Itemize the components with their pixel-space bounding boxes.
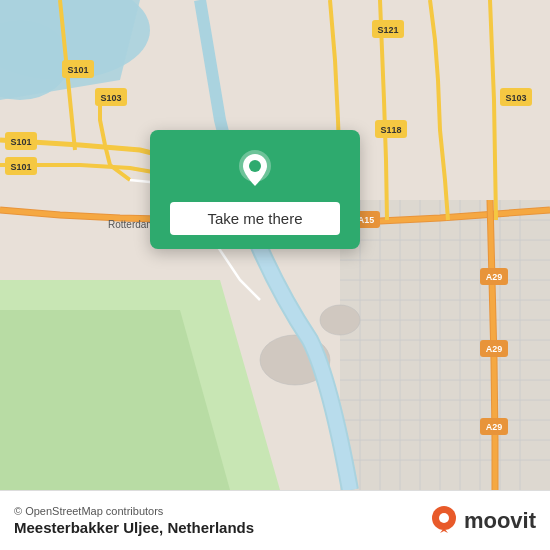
svg-point-27: [320, 305, 360, 335]
svg-point-54: [439, 513, 449, 523]
moovit-text: moovit: [464, 508, 536, 534]
svg-text:S101: S101: [10, 162, 31, 172]
svg-text:S121: S121: [377, 25, 398, 35]
location-pin-icon: [233, 148, 277, 192]
osm-credit: © OpenStreetMap contributors: [14, 505, 254, 517]
svg-text:A29: A29: [486, 422, 503, 432]
location-name: Meesterbakker Uljee, Netherlands: [14, 519, 254, 536]
bottom-left: © OpenStreetMap contributors Meesterbakk…: [14, 505, 254, 536]
bottom-bar: © OpenStreetMap contributors Meesterbakk…: [0, 490, 550, 550]
svg-point-52: [249, 160, 261, 172]
popup-card[interactable]: Take me there: [150, 130, 360, 249]
take-me-there-button[interactable]: Take me there: [170, 202, 340, 235]
svg-text:A29: A29: [486, 272, 503, 282]
svg-text:A29: A29: [486, 344, 503, 354]
moovit-icon: [428, 505, 460, 537]
svg-text:S103: S103: [100, 93, 121, 103]
map-container: S101 S101 S101 S103 S103 S121 S118 A15 A…: [0, 0, 550, 490]
svg-rect-3: [340, 200, 550, 490]
svg-text:S118: S118: [380, 125, 401, 135]
svg-text:S103: S103: [505, 93, 526, 103]
svg-text:S101: S101: [10, 137, 31, 147]
svg-text:A15: A15: [358, 215, 375, 225]
moovit-logo: moovit: [428, 505, 536, 537]
svg-text:S101: S101: [67, 65, 88, 75]
